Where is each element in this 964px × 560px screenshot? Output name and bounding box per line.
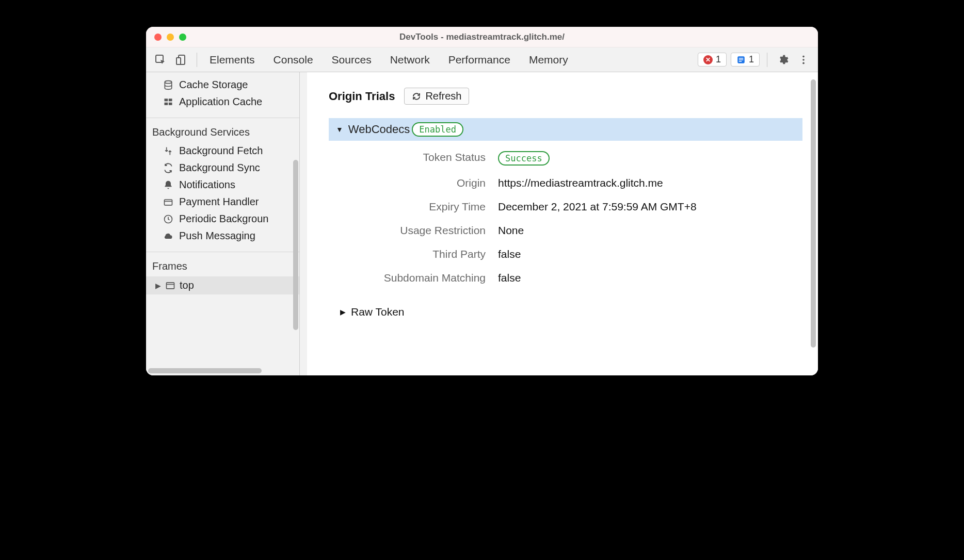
sidebar-item-payment-handler[interactable]: Payment Handler	[146, 193, 299, 210]
traffic-lights	[154, 34, 186, 41]
error-counter[interactable]: ✕ 1	[698, 53, 727, 67]
issue-counter[interactable]: 1	[731, 53, 760, 67]
origin-trials-header: Origin Trials Refresh	[329, 88, 802, 105]
tab-memory[interactable]: Memory	[529, 54, 568, 66]
trial-details: Token Status Success Origin https://medi…	[331, 151, 802, 284]
refresh-button[interactable]: Refresh	[404, 88, 469, 105]
sidebar-item-background-fetch[interactable]: Background Fetch	[146, 142, 299, 159]
titlebar: DevTools - mediastreamtrack.glitch.me/	[146, 27, 818, 47]
sidebar-horizontal-scrollbar[interactable]	[148, 368, 262, 373]
disclosure-triangle-icon[interactable]: ▶	[340, 308, 346, 316]
sidebar-item-application-cache[interactable]: Application Cache	[146, 93, 299, 110]
svg-rect-10	[165, 102, 168, 105]
sidebar-item-push-messaging[interactable]: Push Messaging	[146, 227, 299, 244]
tab-console[interactable]: Console	[274, 54, 313, 66]
sidebar-item-label: Periodic Backgroun	[179, 213, 268, 225]
svg-rect-11	[169, 102, 172, 105]
tab-sources[interactable]: Sources	[332, 54, 372, 66]
sidebar-item-notifications[interactable]: Notifications	[146, 176, 299, 193]
application-sidebar: Cache Storage Application Cache Backgrou…	[146, 72, 300, 375]
more-menu-icon[interactable]	[795, 52, 812, 68]
sidebar-item-cache-storage[interactable]: Cache Storage	[146, 76, 299, 93]
devtools-toolbar: Elements Console Sources Network Perform…	[146, 47, 818, 72]
settings-icon[interactable]	[775, 52, 791, 68]
origin-label: Origin	[331, 177, 486, 189]
frame-icon	[165, 281, 175, 291]
origin-value: https://mediastreamtrack.glitch.me	[498, 177, 802, 189]
inspect-element-icon[interactable]	[152, 52, 169, 68]
svg-rect-12	[165, 200, 172, 205]
svg-rect-14	[167, 283, 174, 289]
raw-token-label: Raw Token	[351, 306, 405, 318]
sidebar-cache-group: Cache Storage Application Cache	[146, 72, 299, 114]
sidebar-vertical-scrollbar[interactable]	[293, 160, 298, 330]
window-close-button[interactable]	[154, 34, 162, 41]
credit-card-icon	[163, 197, 174, 207]
sidebar-item-label: Payment Handler	[179, 196, 259, 208]
expiry-value: December 2, 2021 at 7:59:59 AM GMT+8	[498, 201, 802, 213]
sidebar-heading-frames: Frames	[146, 255, 299, 276]
sidebar-item-label: Notifications	[179, 179, 235, 191]
disclosure-triangle-down-icon[interactable]: ▼	[336, 125, 343, 134]
token-status-label: Token Status	[331, 151, 486, 166]
svg-point-6	[802, 62, 805, 64]
svg-point-5	[802, 59, 805, 61]
sidebar-item-label: Background Sync	[179, 162, 260, 174]
svg-rect-8	[165, 98, 168, 101]
window-zoom-button[interactable]	[179, 34, 186, 41]
token-status-pill: Success	[498, 151, 550, 166]
window-minimize-button[interactable]	[167, 34, 174, 41]
subdomain-matching-value: false	[498, 272, 802, 284]
sidebar-divider	[146, 252, 299, 252]
svg-rect-9	[169, 98, 172, 101]
sidebar-item-label: Push Messaging	[179, 230, 255, 242]
tab-elements[interactable]: Elements	[210, 54, 255, 66]
refresh-icon	[412, 92, 421, 101]
error-icon: ✕	[703, 55, 713, 64]
frames-top-label: top	[180, 279, 194, 291]
usage-restriction-value: None	[498, 224, 802, 237]
raw-token-row[interactable]: ▶ Raw Token	[340, 306, 802, 318]
main-panel: Origin Trials Refresh ▼ WebCodecs	[300, 72, 818, 375]
svg-rect-2	[176, 58, 181, 64]
tab-performance[interactable]: Performance	[448, 54, 510, 66]
disclosure-triangle-icon[interactable]: ▶	[155, 282, 161, 290]
cloud-icon	[163, 231, 174, 241]
sidebar-divider	[146, 118, 299, 118]
tab-network[interactable]: Network	[390, 54, 430, 66]
sidebar-item-label: Cache Storage	[179, 79, 248, 91]
sidebar-heading-background-services: Background Services	[146, 121, 299, 142]
clock-icon	[163, 214, 174, 224]
sidebar-item-label: Application Cache	[179, 96, 262, 108]
sidebar-bg-group: Background Fetch Background Sync	[146, 142, 299, 249]
issue-count: 1	[749, 54, 754, 65]
sidebar-item-background-sync[interactable]: Background Sync	[146, 159, 299, 176]
main-vertical-scrollbar[interactable]	[811, 79, 816, 348]
svg-point-4	[802, 55, 805, 57]
expiry-label: Expiry Time	[331, 201, 486, 213]
device-toggle-icon[interactable]	[173, 52, 189, 68]
devtools-body: Cache Storage Application Cache Backgrou…	[146, 72, 818, 375]
trial-name: WebCodecs	[348, 123, 410, 136]
sidebar-item-label: Background Fetch	[179, 145, 263, 157]
trial-webcodecs-row[interactable]: ▼ WebCodecs Enabled	[329, 118, 802, 141]
database-icon	[163, 80, 174, 90]
issue-icon	[736, 55, 746, 64]
subdomain-matching-label: Subdomain Matching	[331, 272, 486, 284]
sync-icon	[163, 163, 174, 173]
frames-top-item[interactable]: ▶ top	[146, 276, 299, 294]
third-party-value: false	[498, 248, 802, 260]
third-party-label: Third Party	[331, 248, 486, 260]
grid-icon	[163, 97, 174, 107]
usage-restriction-label: Usage Restriction	[331, 224, 486, 237]
window-title: DevTools - mediastreamtrack.glitch.me/	[146, 32, 818, 42]
refresh-label: Refresh	[425, 90, 461, 102]
section-title: Origin Trials	[329, 90, 395, 103]
devtools-window: DevTools - mediastreamtrack.glitch.me/ E…	[146, 27, 818, 375]
svg-point-7	[165, 80, 171, 83]
sidebar-item-periodic-background-sync[interactable]: Periodic Backgroun	[146, 210, 299, 227]
trial-status-pill: Enabled	[412, 122, 463, 137]
devtools-tabs: Elements Console Sources Network Perform…	[210, 54, 568, 66]
background-fetch-icon	[163, 146, 174, 156]
toolbar-divider	[767, 53, 767, 67]
